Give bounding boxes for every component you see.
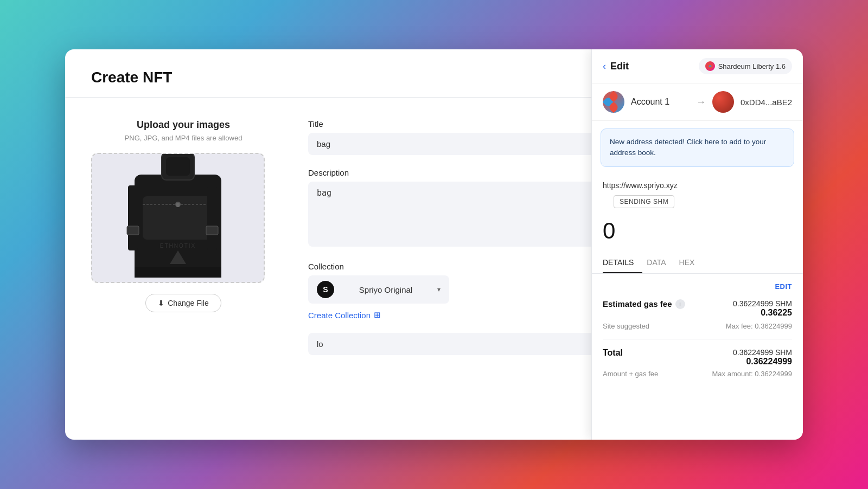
address-text: 0xDD4...aBE2 [741, 98, 792, 107]
upload-sublabel: PNG, JPG, and MP4 files are allowed [91, 134, 276, 142]
wallet-title: Edit [610, 61, 629, 72]
collection-avatar: S [317, 281, 334, 298]
tab-details[interactable]: DETAILS [603, 253, 642, 273]
max-amount-label: Max amount: [712, 370, 753, 378]
svg-rect-11 [135, 267, 221, 278]
gas-fee-row: Estimated gas fee i 0.36224999 SHM 0.362… [603, 299, 792, 318]
svg-rect-2 [166, 157, 190, 176]
svg-rect-9 [127, 226, 139, 235]
main-card: Create NFT Upload your images PNG, JPG, … [65, 49, 803, 440]
collection-group: Collection S Spriyo Original ▾ Create Co… [308, 262, 612, 320]
bottom-input-group [308, 333, 612, 355]
create-collection-label: Create Collection [308, 311, 371, 320]
left-panel: Upload your images PNG, JPG, and MP4 fil… [91, 119, 276, 417]
info-icon[interactable]: i [675, 299, 685, 309]
notification-text: New address detected! Click here to add … [610, 138, 766, 157]
description-textarea[interactable]: bag [308, 182, 612, 247]
change-file-container: ⬇ Change File [91, 294, 276, 312]
gas-fee-label: Estimated gas fee i [603, 299, 685, 309]
tabs-row: DETAILS DATA HEX [592, 253, 803, 274]
change-file-button[interactable]: ⬇ Change File [145, 294, 221, 312]
arrow-right-icon: → [696, 96, 706, 108]
account-avatar [603, 91, 624, 113]
tab-data-label: DATA [647, 258, 666, 267]
title-group: Title [308, 119, 612, 155]
edit-link[interactable]: EDIT [603, 282, 792, 291]
max-fee-value: 0.36224999 [755, 322, 792, 330]
wallet-panel: ‹ Edit Shardeum Liberty 1.6 Account 1 → … [591, 49, 803, 440]
address-avatar [712, 91, 734, 113]
collection-label: Collection [308, 262, 612, 271]
account-name: Account 1 [631, 97, 690, 107]
tab-hex[interactable]: HEX [679, 253, 704, 273]
gas-fee-title: Estimated gas fee [603, 299, 672, 308]
amount-gas-label: Amount + gas fee [603, 370, 658, 378]
gas-fee-secondary: 0.36225 [733, 308, 792, 318]
site-suggested: Site suggested [603, 322, 649, 330]
account-row: Account 1 → 0xDD4...aBE2 [592, 83, 803, 121]
change-file-label: Change File [168, 299, 209, 307]
total-primary: 0.36224999 SHM [733, 348, 792, 357]
collection-avatar-letter: S [323, 285, 328, 294]
form-panel: Title Description bag Collection S Spriy… [308, 119, 612, 417]
collection-selector[interactable]: S Spriyo Original ▾ [308, 275, 449, 304]
create-collection-link[interactable]: Create Collection ⊞ [308, 310, 612, 320]
back-icon: ‹ [603, 61, 606, 72]
svg-rect-8 [207, 185, 217, 250]
tab-details-label: DETAILS [603, 258, 634, 267]
collection-name-text: Spriyo Original [340, 285, 432, 294]
bag-svg: ETHNOTIX [118, 153, 238, 283]
upload-label: Upload your images [91, 119, 276, 131]
details-section: EDIT Estimated gas fee i 0.36224999 SHM … [592, 274, 803, 387]
description-group: Description bag [308, 168, 612, 249]
svg-rect-6 [176, 203, 180, 207]
chevron-down-icon: ▾ [437, 286, 441, 293]
svg-text:ETHNOTIX: ETHNOTIX [160, 243, 196, 249]
max-fee-label: Max fee: [726, 322, 753, 330]
wallet-back-button[interactable]: ‹ Edit [603, 61, 629, 72]
wallet-header: ‹ Edit Shardeum Liberty 1.6 [592, 49, 803, 83]
total-row: Total 0.36224999 SHM 0.36224999 [603, 348, 792, 366]
total-label: Total [603, 348, 623, 358]
plus-icon: ⊞ [374, 310, 381, 320]
title-label: Title [308, 119, 612, 128]
title-input[interactable] [308, 133, 612, 155]
max-amount-value: 0.36224999 [755, 370, 792, 378]
tab-hex-label: HEX [679, 258, 695, 267]
max-amount-text: Max amount: 0.36224999 [712, 370, 792, 378]
total-values: 0.36224999 SHM 0.36224999 [733, 348, 792, 366]
svg-rect-7 [128, 185, 138, 250]
description-label: Description [308, 168, 612, 177]
max-fee-text: Max fee: 0.36224999 [726, 322, 792, 330]
gas-fee-primary: 0.36224999 SHM [733, 299, 792, 308]
amount-display: 0 [592, 214, 803, 253]
notification-banner[interactable]: New address detected! Click here to add … [601, 128, 794, 167]
site-url: https://www.spriyo.xyz [592, 175, 803, 193]
network-name: Shardeum Liberty 1.6 [718, 62, 786, 70]
sending-badge: SENDING SHM [614, 195, 674, 208]
bottom-input[interactable] [308, 333, 612, 355]
bag-image: ETHNOTIX [92, 154, 264, 282]
network-icon [705, 61, 715, 71]
divider [603, 339, 792, 339]
tab-data[interactable]: DATA [647, 253, 674, 273]
total-secondary: 0.36224999 [733, 357, 792, 366]
download-icon: ⬇ [158, 299, 164, 307]
gas-fee-values: 0.36224999 SHM 0.36225 [733, 299, 792, 318]
wallet-scrollable[interactable]: https://www.spriyo.xyz SENDING SHM 0 DET… [592, 175, 803, 440]
network-selector[interactable]: Shardeum Liberty 1.6 [699, 58, 792, 74]
upload-area[interactable]: ETHNOTIX [91, 153, 265, 283]
svg-rect-10 [206, 226, 218, 235]
